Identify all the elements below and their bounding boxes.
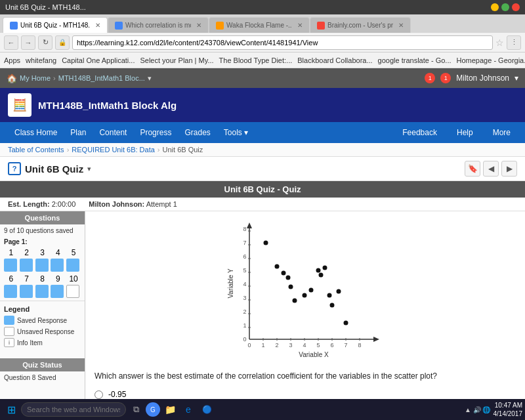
tab-1-icon [10, 22, 18, 30]
user-dropdown-icon[interactable]: ▾ [514, 74, 518, 83]
breadcrumb-table-of-contents[interactable]: Table of Contents [8, 146, 64, 154]
menu-button[interactable]: ⋮ [507, 35, 521, 50]
taskbar-task-view[interactable]: ⧉ [127, 401, 144, 418]
nav-progress[interactable]: Progress [133, 122, 178, 143]
quiz-title-bar: ? Unit 6B Quiz ▾ 🔖 ◀ ▶ [0, 157, 525, 181]
q-btn-6[interactable] [4, 285, 17, 298]
quiz-status-text: Question 8 Saved [0, 371, 85, 384]
nav-more[interactable]: More [486, 122, 517, 143]
close-button[interactable] [512, 3, 520, 11]
q-btn-9[interactable] [51, 285, 64, 298]
breadcrumb-unit[interactable]: REQUIRED Unit 6B: Data [72, 146, 155, 154]
home-link[interactable]: My Home [20, 74, 51, 82]
course-link[interactable]: MTH148B_IntMath1 Bloc... [58, 74, 145, 82]
tab-2-label: Which correlation is mo... [125, 22, 191, 29]
bookmark-blood-type[interactable]: The Blood Type Diet:... [219, 56, 293, 64]
tab-2-close[interactable]: ✕ [196, 22, 201, 29]
q-btn-2[interactable] [20, 259, 33, 272]
nav-arrows: 🔖 ◀ ▶ [465, 161, 517, 177]
svg-text:3: 3 [243, 295, 246, 301]
taskbar-windows-icon[interactable]: ⊞ [3, 401, 20, 418]
bookmark-whitefang[interactable]: whitefang [26, 56, 56, 64]
tab-bar: Unit 6B Quiz - MTH148... ✕ Which correla… [0, 14, 525, 33]
quiz-header-bar: Unit 6B Quiz - Quiz [0, 181, 525, 198]
q-numbers-bottom: 6 7 8 9 10 [4, 274, 81, 284]
legend-section: Legend Saved Response Unsaved Response i… [0, 301, 85, 353]
back-button[interactable]: ← [4, 35, 18, 50]
tab-2[interactable]: Which correlation is mo... ✕ [108, 17, 209, 33]
breadcrumb-current: Unit 6B Quiz [163, 146, 203, 154]
taskbar-system-icons: ▲ 🔊 🌐 [465, 406, 490, 413]
main-nav: Class Home Plan Content Progress Grades … [0, 122, 525, 143]
bookmarks-bar: Apps whitefang Capital One Applicati... … [0, 52, 525, 68]
maximize-button[interactable] [501, 3, 509, 11]
radio-option-1[interactable] [94, 390, 103, 399]
tab-1[interactable]: Unit 6B Quiz - MTH148... ✕ [3, 17, 108, 33]
taskbar-search[interactable] [21, 402, 126, 417]
q-btn-10[interactable] [66, 285, 79, 298]
tab-1-close[interactable]: ✕ [95, 22, 100, 29]
svg-point-46 [303, 293, 307, 298]
nav-tools[interactable]: Tools ▾ [217, 122, 255, 143]
nav-plan[interactable]: Plan [64, 122, 93, 143]
q-btn-8[interactable] [35, 285, 49, 298]
label-option-1: -0.95 [108, 390, 126, 399]
taskbar-edge[interactable]: e [180, 401, 197, 418]
bookmark-select-plan[interactable]: Select your Plan | My... [140, 56, 213, 64]
quiz-title-dropdown[interactable]: ▾ [87, 165, 91, 173]
address-input[interactable] [72, 35, 493, 50]
legend-unsaved-icon [4, 327, 14, 336]
svg-point-52 [330, 303, 335, 308]
legend-saved-icon [4, 316, 14, 325]
tab-4-close[interactable]: ✕ [398, 22, 404, 29]
breadcrumb-nav: 🏠 My Home › MTH148B_IntMath1 Bloc... ▾ [7, 74, 152, 83]
minimize-button[interactable] [491, 3, 499, 11]
refresh-button[interactable]: ↻ [38, 35, 52, 50]
taskbar-file-explorer[interactable]: 📁 [161, 401, 178, 418]
svg-text:Variable X: Variable X [299, 351, 329, 358]
qn1: 1 [4, 248, 18, 257]
svg-marker-2 [247, 222, 252, 228]
prev-arrow[interactable]: ◀ [483, 161, 499, 177]
course-dropdown[interactable]: ▾ [148, 74, 152, 83]
q-btn-1[interactable] [4, 259, 17, 272]
taskbar-extra[interactable]: 🔵 [198, 401, 215, 418]
svg-point-54 [344, 321, 348, 326]
tab-3-close[interactable]: ✕ [297, 22, 303, 29]
nav-content[interactable]: Content [93, 122, 133, 143]
bookmark-homepage[interactable]: Homepage - Georgia... [457, 56, 525, 64]
bookmark-google-translate[interactable]: google translate - Go... [378, 56, 452, 64]
main-content: Questions 9 of 10 questions saved Page 1… [0, 211, 525, 420]
bookmark-capital-one[interactable]: Capital One Applicati... [62, 56, 135, 64]
quiz-bookmark-icon[interactable]: 🔖 [465, 161, 480, 177]
bookmark-apps[interactable]: Apps [4, 56, 20, 64]
legend-saved-label: Saved Response [17, 317, 67, 324]
svg-point-49 [319, 273, 324, 278]
home-button[interactable]: 🔒 [55, 35, 70, 50]
nav-class-home[interactable]: Class Home [8, 122, 64, 143]
bookmark-star[interactable]: ☆ [495, 37, 504, 48]
next-arrow[interactable]: ▶ [501, 161, 517, 177]
taskbar-chrome[interactable]: G [146, 402, 160, 417]
q-btn-5[interactable] [66, 259, 79, 272]
q-btn-3[interactable] [35, 259, 49, 272]
svg-text:0: 0 [247, 342, 251, 348]
svg-point-50 [323, 266, 327, 270]
question-text: Which answer is the best estimate of the… [94, 370, 516, 382]
forward-button[interactable]: → [21, 35, 35, 50]
nav-help[interactable]: Help [450, 122, 480, 143]
qn2: 2 [20, 248, 34, 257]
tab-3[interactable]: Waka Flocka Flame -... ✕ [209, 17, 310, 33]
q-btn-7[interactable] [20, 285, 33, 298]
svg-text:5: 5 [316, 342, 320, 348]
nav-feedback[interactable]: Feedback [396, 122, 444, 143]
q-btn-4[interactable] [51, 259, 64, 272]
bookmark-blackboard[interactable]: Blackboard Collabora... [297, 56, 372, 64]
flag-notification[interactable]: 1 [425, 73, 435, 83]
nav-grades[interactable]: Grades [178, 122, 217, 143]
alert-notification[interactable]: 1 [440, 73, 451, 83]
tab-4[interactable]: Brainly.com - User's pro... ✕ [310, 17, 411, 33]
breadcrumb-sep-2: › [67, 146, 70, 154]
user-name[interactable]: Milton Johnson [456, 74, 509, 83]
qn8: 8 [35, 274, 50, 284]
